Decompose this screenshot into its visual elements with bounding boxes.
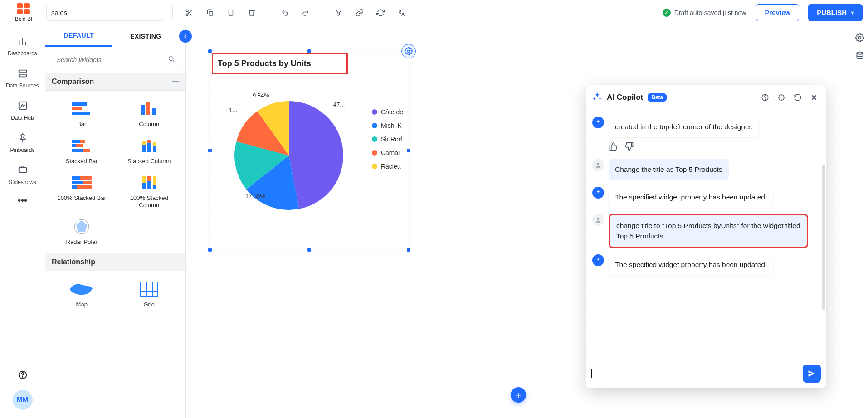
paste-button[interactable]	[223, 5, 239, 21]
svg-rect-47	[141, 282, 158, 296]
nav-datahub[interactable]: Data Hub	[0, 95, 45, 126]
panel-scroll[interactable]: Comparison — Bar Column Stacked Bar	[45, 73, 185, 418]
copy-button[interactable]	[202, 5, 218, 21]
widget-100-stacked-column[interactable]: 100% Stacked Column	[117, 171, 181, 211]
separator	[322, 6, 322, 19]
svg-point-55	[857, 52, 863, 54]
copilot-send-button[interactable]	[803, 365, 821, 383]
svg-rect-7	[229, 10, 233, 15]
translate-button[interactable]	[393, 5, 410, 21]
refresh-button[interactable]	[372, 5, 389, 21]
dashboard-title-input[interactable]	[46, 5, 164, 21]
tab-default[interactable]: DEFAULT	[45, 25, 112, 47]
resize-handle[interactable]	[208, 149, 212, 152]
brand-logo-icon	[17, 3, 30, 14]
help-icon[interactable]	[18, 370, 28, 382]
sparkle-icon	[592, 92, 602, 103]
filter-button[interactable]	[331, 5, 347, 21]
grid-thumb-icon	[137, 280, 162, 298]
widget-bar[interactable]: Bar	[50, 97, 114, 131]
search-widgets[interactable]	[51, 52, 180, 68]
publish-button[interactable]: PUBLISH ▾	[808, 4, 863, 21]
widget-label: Stacked Column	[127, 158, 171, 165]
settings-icon[interactable]	[854, 32, 866, 44]
widget-label: Map	[76, 301, 88, 308]
brand-name: Bold BI	[15, 16, 33, 22]
nav-slideshows[interactable]: Slideshows	[0, 160, 45, 191]
resize-handle[interactable]	[407, 248, 410, 252]
copilot-help-icon[interactable]	[759, 92, 771, 103]
100-stacked-bar-thumb-icon	[69, 174, 94, 192]
resize-handle[interactable]	[307, 248, 311, 252]
user-message-row: Change the title as Top 5 Products	[592, 159, 820, 180]
widget-grid[interactable]: Grid	[117, 277, 181, 311]
save-status: ✓ Draft auto-saved just now	[663, 9, 746, 17]
svg-point-48	[408, 50, 410, 53]
collapse-panel-button[interactable]	[179, 30, 192, 43]
widget-map[interactable]: Map	[50, 277, 114, 311]
resize-handle[interactable]	[208, 49, 212, 53]
nav-datasources[interactable]: Data Sources	[0, 63, 45, 94]
search-input[interactable]	[56, 56, 168, 64]
undo-button[interactable]	[277, 5, 293, 21]
search-wrap	[45, 47, 185, 73]
copilot-reset-icon[interactable]	[792, 92, 804, 103]
redo-button[interactable]	[297, 5, 314, 21]
copilot-text-input[interactable]	[596, 366, 798, 381]
hub-icon	[17, 101, 29, 112]
pin-icon	[17, 133, 28, 144]
cut-button[interactable]	[181, 5, 197, 21]
link-button[interactable]	[351, 5, 368, 21]
resize-handle[interactable]	[208, 248, 212, 252]
svg-rect-29	[147, 143, 151, 152]
left-nav: Dashboards Data Sources Data Hub Pinboar…	[0, 25, 45, 418]
group-relationship-header[interactable]: Relationship —	[45, 253, 185, 271]
ai-copilot-panel: AI Copilot Beta created in the top-left …	[586, 85, 826, 388]
pie-chart: 47... 9.84% 1... 17.35% Côte de Mishi K …	[216, 92, 402, 242]
thumbs-down-icon[interactable]	[625, 142, 634, 153]
nav-pinboards[interactable]: Pinboards	[0, 127, 45, 159]
check-icon: ✓	[663, 9, 671, 17]
delete-button[interactable]	[244, 5, 260, 21]
copilot-title: AI Copilot	[607, 93, 643, 102]
widget-radar-polar[interactable]: Radar Polar	[50, 215, 114, 248]
legend-swatch	[372, 164, 377, 169]
100-stacked-column-thumb-icon	[137, 174, 162, 192]
copilot-settings-icon[interactable]	[775, 92, 787, 103]
bar-chart-icon	[17, 36, 29, 48]
pie-chart-widget[interactable]: Top 5 Products by Units 47... 9.84% 1...…	[210, 51, 409, 250]
nav-dashboards[interactable]: Dashboards	[0, 31, 45, 62]
thumbs-up-icon[interactable]	[609, 142, 618, 153]
add-widget-fab[interactable]: ＋	[511, 387, 526, 403]
beta-badge: Beta	[648, 93, 667, 102]
save-status-text: Draft auto-saved just now	[674, 9, 746, 16]
preview-button[interactable]: Preview	[756, 4, 799, 21]
map-thumb-icon	[69, 280, 94, 298]
widget-settings-button[interactable]	[401, 44, 416, 58]
widget-title[interactable]: Top 5 Products by Units	[212, 53, 348, 74]
legend-swatch	[372, 123, 377, 128]
data-label: 9.84%	[253, 92, 269, 99]
resize-handle[interactable]	[307, 49, 311, 53]
copilot-scrollbar[interactable]	[822, 165, 825, 310]
resize-handle[interactable]	[407, 149, 410, 152]
separator	[172, 6, 173, 19]
widget-stacked-column[interactable]: Stacked Column	[117, 134, 181, 168]
database-icon[interactable]	[854, 50, 866, 62]
copilot-close-icon[interactable]	[808, 92, 820, 103]
copilot-body[interactable]: created in the top-left corner of the de…	[586, 110, 826, 359]
nav-label: Slideshows	[9, 179, 36, 185]
nav-more[interactable]: •••	[18, 195, 27, 206]
left-nav-bottom: MM	[13, 362, 33, 418]
svg-rect-16	[72, 107, 82, 110]
tab-existing[interactable]: EXISTING	[112, 26, 180, 46]
widget-stacked-bar[interactable]: Stacked Bar	[50, 134, 114, 168]
separator	[268, 6, 268, 19]
widget-column[interactable]: Column	[117, 97, 181, 131]
svg-rect-17	[72, 112, 90, 115]
widget-label: Bar	[77, 121, 86, 128]
user-avatar[interactable]: MM	[13, 390, 33, 410]
widget-100-stacked-bar[interactable]: 100% Stacked Bar	[50, 171, 114, 211]
bar-thumb-icon	[69, 100, 94, 118]
group-comparison-header[interactable]: Comparison —	[45, 73, 185, 91]
